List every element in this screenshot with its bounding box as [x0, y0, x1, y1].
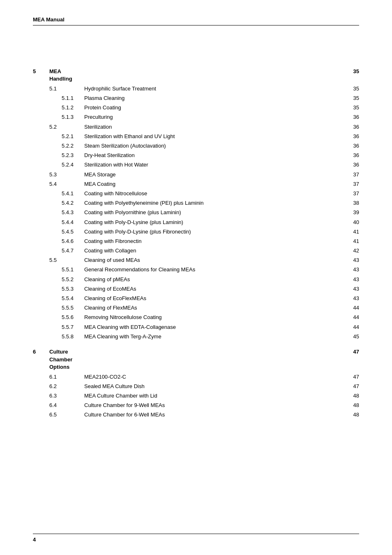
toc-sub2-row: 5.1.1 Plasma Cleaning 35	[33, 94, 359, 103]
toc-sub-number: 6.3	[49, 391, 84, 400]
toc-sub-title: Culture Chamber for 6-Well MEAs	[84, 410, 343, 420]
page-footer: 4	[33, 534, 359, 543]
toc-sub2-number: 5.5.1	[62, 265, 84, 275]
toc-num-spacer	[33, 275, 49, 284]
toc-heading-row: 5 MEA Handling 35	[33, 67, 359, 84]
toc-num-spacer	[33, 303, 49, 313]
toc-sub-number: 5.2	[49, 122, 84, 132]
toc-page-number: 38	[343, 199, 359, 208]
toc-sub-title: Sterilization	[84, 122, 343, 132]
toc-sub-title: MEA Culture Chamber with Lid	[84, 391, 343, 400]
toc-sub2-number: 5.4.5	[62, 227, 84, 236]
toc-num-spacer	[33, 401, 49, 410]
toc-sub-title: Sealed MEA Culture Dish	[84, 382, 343, 391]
toc-page-number: 48	[343, 391, 359, 400]
toc-page-number: 48	[343, 401, 359, 410]
toc-page-number: 36	[343, 141, 359, 151]
toc-sub2-number: 5.1.1	[62, 94, 84, 103]
toc-num-spacer	[33, 113, 49, 122]
toc-indent-spacer	[49, 217, 62, 227]
toc-sub2-title: Protein Coating	[84, 103, 343, 113]
toc-sub2-title: Sterilization with Ethanol and UV Light	[84, 132, 343, 141]
toc-subsection-row: 5.2 Sterilization 36	[33, 122, 359, 132]
toc-page-number: 44	[343, 303, 359, 313]
toc-sub2-row: 5.5.1 General Recommendations for Cleani…	[33, 265, 359, 275]
toc-sub2-row: 5.4.6 Coating with Fibronectin 41	[33, 236, 359, 246]
toc-sub2-title: Coating with Poly-D-Lysine (plus Laminin…	[84, 217, 343, 227]
toc-sub2-title: General Recommendations for Cleaning MEA…	[84, 265, 343, 275]
toc-sub-number: 5.4	[49, 179, 84, 189]
toc-page-number: 43	[343, 284, 359, 294]
toc-sub2-row: 5.5.2 Cleaning of pMEAs 43	[33, 275, 359, 284]
toc-sub2-row: 5.5.8 MEA Cleaning with Terg-A-Zyme 45	[33, 332, 359, 341]
toc-sub2-row: 5.5.5 Cleaning of FlexMEAs 44	[33, 303, 359, 313]
toc-subsection-row: 5.5 Cleaning of used MEAs 43	[33, 256, 359, 265]
toc-num-spacer	[33, 103, 49, 113]
toc-sub-number: 5.3	[49, 170, 84, 179]
toc-sub2-title: Cleaning of FlexMEAs	[84, 303, 343, 313]
toc-sub2-row: 5.4.3 Coating with Polyornithine (plus L…	[33, 208, 359, 217]
toc-sub-title: Cleaning of used MEAs	[84, 256, 343, 265]
toc-num-spacer	[33, 217, 49, 227]
toc-num-spacer	[33, 179, 49, 189]
footer-page-number: 4	[33, 536, 36, 543]
toc-indent-spacer	[49, 151, 62, 160]
toc-indent-spacer	[49, 275, 62, 284]
toc-indent-spacer	[49, 313, 62, 322]
toc-sub2-row: 5.1.2 Protein Coating 35	[33, 103, 359, 113]
toc-sub2-number: 5.4.4	[62, 217, 84, 227]
toc-sub2-row: 5.4.4 Coating with Poly-D-Lysine (plus L…	[33, 217, 359, 227]
toc-sub2-title: Dry-Heat Sterilization	[84, 151, 343, 160]
toc-page-number: 36	[343, 132, 359, 141]
toc-indent-spacer	[49, 160, 62, 170]
toc-sub2-number: 5.4.6	[62, 236, 84, 246]
toc-sub2-title: MEA Cleaning with EDTA-Collagenase	[84, 322, 343, 332]
toc-sub-number: 5.5	[49, 256, 84, 265]
toc-section-number: 5	[33, 67, 49, 84]
toc-subsection-row: 6.4 Culture Chamber for 9-Well MEAs 48	[33, 401, 359, 410]
toc-indent-spacer	[49, 189, 62, 198]
toc-sub-title: MEA2100-CO2-C	[84, 372, 343, 382]
toc-subsection-row: 5.3 MEA Storage 37	[33, 170, 359, 179]
toc-page-number: 36	[343, 113, 359, 122]
toc-page-number: 35	[343, 84, 359, 93]
toc-sub2-number: 5.2.1	[62, 132, 84, 141]
toc-sub2-number: 5.5.3	[62, 284, 84, 294]
toc-sub2-row: 5.2.3 Dry-Heat Sterilization 36	[33, 151, 359, 160]
toc-sub2-title: Steam Sterilization (Autoclavation)	[84, 141, 343, 151]
toc-page-number: 47	[343, 372, 359, 382]
toc-subsection-row: 6.5 Culture Chamber for 6-Well MEAs 48	[33, 410, 359, 420]
toc-num-spacer	[33, 227, 49, 236]
toc-indent-spacer	[49, 103, 62, 113]
toc-sub2-title: Coating with Nitrocellulose	[84, 189, 343, 198]
toc-page-number: 36	[343, 151, 359, 160]
toc-sub2-title: Sterilization with Hot Water	[84, 160, 343, 170]
toc-num-spacer	[33, 410, 49, 420]
toc-sub-number: 6.1	[49, 372, 84, 382]
toc-page-number: 42	[343, 246, 359, 256]
toc-spacer	[33, 341, 359, 347]
toc-num-spacer	[33, 132, 49, 141]
toc-section-title: MEA Handling	[49, 67, 84, 84]
toc-page-number: 43	[343, 294, 359, 303]
toc-page-number: 44	[343, 322, 359, 332]
toc-page-number: 35	[343, 67, 359, 84]
toc-sub2-title: Plasma Cleaning	[84, 94, 343, 103]
toc-sub2-title: Preculturing	[84, 113, 343, 122]
page-header: MEA Manual	[33, 16, 359, 25]
toc-num-spacer	[33, 313, 49, 322]
toc-num-spacer	[33, 208, 49, 217]
toc-subsection-row: 6.2 Sealed MEA Culture Dish 47	[33, 382, 359, 391]
header-title: MEA Manual	[33, 16, 65, 23]
toc-sub2-number: 5.5.4	[62, 294, 84, 303]
toc-sub2-number: 5.5.5	[62, 303, 84, 313]
toc-page-number: 47	[343, 382, 359, 391]
toc-indent-spacer	[49, 236, 62, 246]
toc-sub2-row: 5.2.2 Steam Sterilization (Autoclavation…	[33, 141, 359, 151]
toc-num-spacer	[33, 189, 49, 198]
toc-subsection-row: 6.1 MEA2100-CO2-C 47	[33, 372, 359, 382]
toc-sub-title: Culture Chamber for 9-Well MEAs	[84, 401, 343, 410]
toc-page-number: 43	[343, 265, 359, 275]
toc-page-number: 37	[343, 189, 359, 198]
toc-sub-number: 6.5	[49, 410, 84, 420]
